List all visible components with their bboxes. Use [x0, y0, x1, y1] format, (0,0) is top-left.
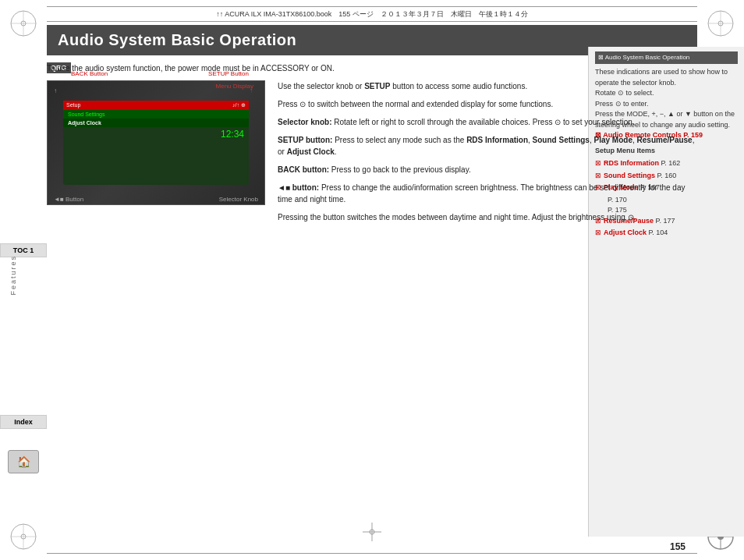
features-label: Features [9, 255, 17, 296]
screen-time: 12:34 [63, 127, 249, 141]
unit-body: Menu Display Setup ♪/↑ ⊕ Sound Settings … [48, 81, 264, 204]
corner-decoration-tr [705, 8, 736, 39]
menu-display-label: Menu Display [216, 83, 253, 90]
bottom-border [47, 553, 697, 554]
body-para-1: Use the selector knob or SETUP button to… [278, 80, 697, 92]
body-para-5: BACK button: Press to go back to the pre… [278, 164, 697, 175]
body-para-4: SETUP button: Press to select any mode s… [278, 134, 697, 158]
screen-item-clock: Adjust Clock [63, 119, 249, 127]
selector-label: Selector Knob [219, 196, 258, 203]
file-info-bar: ↑↑ ACURA ILX IMA-31TX86100.book 155 ページ … [47, 6, 697, 22]
unit-screen: Setup ♪/↑ ⊕ Sound Settings Adjust Clock … [63, 101, 249, 185]
screen-header: Setup ♪/↑ ⊕ [63, 101, 249, 110]
left-sidebar: TOC 1 Features Index 🏠 [0, 25, 47, 560]
index-label[interactable]: Index [0, 415, 47, 429]
body-para-6: ◄■ button: Press to change the audio/inf… [278, 182, 697, 205]
intro-text: To use the audio system function, the po… [47, 62, 697, 74]
file-info-text: ↑↑ ACURA ILX IMA-31TX86100.book 155 ページ … [216, 9, 528, 19]
body-para-3: Selector knob: Rotate left or right to s… [278, 116, 697, 128]
body-text-column: Use the selector knob or SETUP button to… [278, 80, 697, 537]
setup-button-label: SETUP Button [208, 70, 249, 77]
main-content: To use the audio system function, the po… [47, 47, 697, 537]
button-label: ◄■ Button [54, 196, 83, 203]
left-column: BACK Button SETUP Button Menu Display Se… [47, 80, 265, 537]
setup-btn-arrow: ↑ [250, 87, 253, 94]
page-title: Audio System Basic Operation [58, 31, 296, 48]
body-para-7: Pressing the button switches the modes b… [278, 211, 697, 223]
page-number: 155 [670, 541, 686, 552]
home-button[interactable]: 🏠 [8, 450, 39, 473]
back-btn-arrow: ↑ [54, 87, 57, 94]
back-button-label: BACK Button [71, 70, 108, 77]
audio-unit-image: BACK Button SETUP Button Menu Display Se… [47, 80, 265, 205]
toc-label[interactable]: TOC 1 [0, 243, 47, 257]
body-para-2: Press ⊙ to switch between the normal and… [278, 98, 697, 110]
screen-item-sound: Sound Settings [63, 110, 249, 119]
two-col-layout: BACK Button SETUP Button Menu Display Se… [47, 80, 697, 537]
